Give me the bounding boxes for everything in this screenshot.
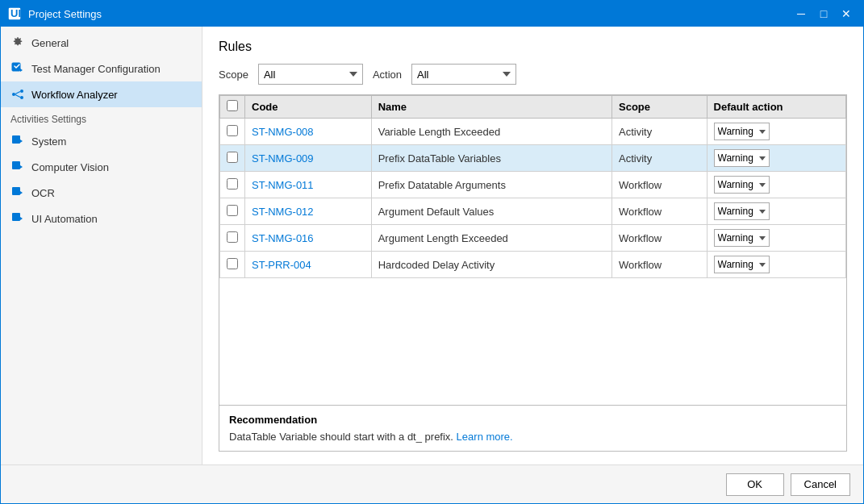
sidebar-item-test-manager[interactable]: Test Manager Configuration [1,56,202,81]
row-checkbox-cell [220,172,245,198]
code-link[interactable]: ST-NMG-011 [252,179,314,191]
svg-rect-11 [12,213,20,221]
row-scope-cell: Workflow [612,172,707,198]
code-link[interactable]: ST-NMG-008 [252,126,314,138]
row-checkbox-cell [220,225,245,252]
action-select[interactable]: WarningErrorInfo [714,176,770,194]
col-code: Code [245,96,372,119]
row-checkbox[interactable] [227,178,238,190]
action-select[interactable]: WarningErrorInfo [714,256,770,273]
row-action-cell: WarningErrorInfo [707,172,845,198]
footer: OK Cancel [1,464,863,503]
code-link[interactable]: ST-NMG-016 [252,232,314,244]
sidebar-item-computer-vision[interactable]: Computer Vision [1,154,202,180]
svg-rect-8 [12,135,20,144]
action-select[interactable]: WarningErrorInfo [714,202,770,220]
table-scroll[interactable]: Code Name Scope Default action ST-NMG-00… [219,95,846,405]
rules-table-container: Code Name Scope Default action ST-NMG-00… [219,94,847,452]
sidebar-system-label: System [31,135,66,148]
table-row: ST-NMG-008Variable Length ExceededActivi… [220,119,846,145]
col-scope: Scope [612,96,707,119]
action-filter-label: Action [373,69,402,81]
table-body: ST-NMG-008Variable Length ExceededActivi… [220,119,846,278]
action-select[interactable]: WarningErrorInfo [714,149,770,167]
svg-text:UI: UI [10,7,21,19]
titlebar: UI Project Settings ─ □ ✕ [1,1,863,27]
app-icon: UI [7,6,22,21]
code-link[interactable]: ST-NMG-012 [252,206,314,218]
main-panel: Rules Scope All Activity Workflow Action… [202,27,863,464]
row-checkbox[interactable] [227,231,238,243]
cancel-button[interactable]: Cancel [791,473,850,496]
row-action-cell: WarningErrorInfo [707,145,845,172]
row-action-cell: WarningErrorInfo [707,119,845,145]
sidebar-general-label: General [31,37,69,49]
minimize-button[interactable]: ─ [791,5,812,23]
row-checkbox[interactable] [227,258,238,269]
scope-filter-select[interactable]: All Activity Workflow [258,64,363,85]
row-name-cell: Prefix DataTable Variables [371,145,611,172]
gear-icon [10,35,25,50]
sidebar-item-general[interactable]: General [1,30,202,56]
svg-point-5 [20,96,23,99]
learn-more-link[interactable]: Learn more. [457,431,513,443]
col-checkbox [220,96,245,119]
table-row: ST-NMG-016Argument Length ExceededWorkfl… [220,225,846,252]
row-code-cell: ST-NMG-008 [245,119,372,145]
row-name-cell: Argument Length Exceeded [371,225,611,252]
sidebar-ocr-label: OCR [31,187,55,199]
svg-point-3 [12,93,15,96]
ui-automation-icon [10,211,25,226]
row-code-cell: ST-NMG-011 [245,172,372,198]
maximize-button[interactable]: □ [813,5,834,23]
row-scope-cell: Activity [612,145,707,172]
row-action-cell: WarningErrorInfo [707,252,845,278]
row-checkbox-cell [220,252,245,278]
table-header-row: Code Name Scope Default action [220,96,846,119]
action-select[interactable]: WarningErrorInfo [714,123,770,140]
sidebar: General Test Manager Configuration [1,27,202,464]
sidebar-item-ui-automation[interactable]: UI Automation [1,206,202,231]
row-scope-cell: Activity [612,119,707,145]
action-filter-select[interactable]: All Warning Error Info [411,64,516,85]
svg-point-4 [20,90,23,93]
ocr-icon [10,185,25,200]
content-area: General Test Manager Configuration [1,27,863,464]
close-button[interactable]: ✕ [836,5,857,23]
computer-vision-icon [10,160,25,174]
row-checkbox[interactable] [227,152,238,163]
svg-rect-10 [12,187,20,195]
window-controls: ─ □ ✕ [791,5,857,23]
sidebar-test-manager-label: Test Manager Configuration [31,63,161,75]
row-name-cell: Variable Length Exceeded [371,119,611,145]
recommendation-area: Recommendation DataTable Variable should… [219,405,846,451]
recommendation-text-before: DataTable Variable should start with a [229,431,407,443]
sidebar-item-ocr[interactable]: OCR [1,180,202,206]
row-name-cell: Prefix Datatable Arguments [371,172,611,198]
code-link[interactable]: ST-PRR-004 [252,259,311,271]
col-default-action: Default action [707,96,845,119]
table-row: ST-NMG-012Argument Default ValuesWorkflo… [220,198,846,225]
action-select[interactable]: WarningErrorInfo [714,229,770,247]
project-settings-window: UI Project Settings ─ □ ✕ General [0,0,864,504]
row-action-cell: WarningErrorInfo [707,225,845,252]
svg-line-7 [15,95,20,98]
code-link[interactable]: ST-NMG-009 [252,152,314,165]
row-code-cell: ST-PRR-004 [245,252,372,278]
svg-rect-9 [12,161,20,169]
sidebar-item-system[interactable]: System [1,128,202,154]
row-code-cell: ST-NMG-012 [245,198,372,225]
filters-row: Scope All Activity Workflow Action All W… [219,64,847,85]
col-name: Name [371,96,611,119]
row-checkbox[interactable] [227,125,238,136]
row-code-cell: ST-NMG-009 [245,145,372,172]
ok-button[interactable]: OK [726,473,784,496]
sidebar-ui-automation-label: UI Automation [31,213,98,225]
test-manager-icon [10,61,25,76]
row-checkbox[interactable] [227,205,238,216]
row-scope-cell: Workflow [612,198,707,225]
row-code-cell: ST-NMG-016 [245,225,372,252]
row-scope-cell: Workflow [612,252,707,278]
select-all-checkbox[interactable] [227,100,238,111]
sidebar-item-workflow-analyzer[interactable]: Workflow Analyzer [1,81,202,107]
